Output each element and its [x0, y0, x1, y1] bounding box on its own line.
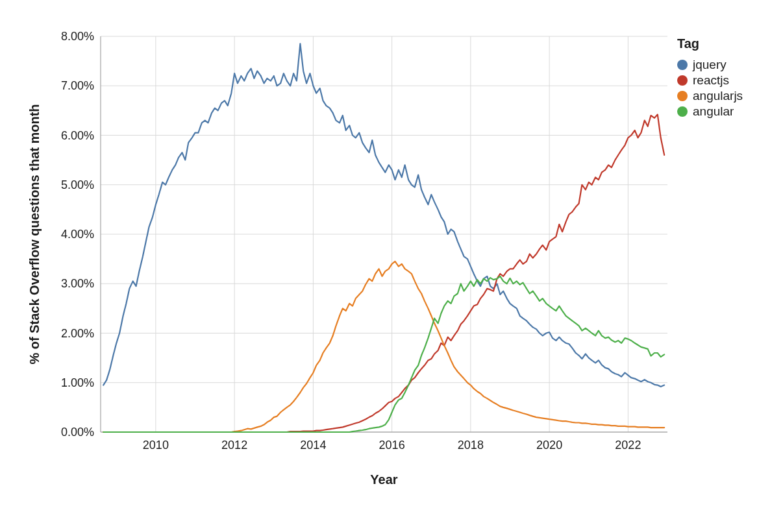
legend-label-reactjs: reactjs: [693, 73, 729, 87]
x-tick-label: 2020: [536, 439, 562, 452]
y-tick-label: 7.00%: [61, 79, 94, 92]
y-tick-label: 6.00%: [61, 129, 94, 142]
series-angular: [103, 276, 664, 432]
chart-svg: 0.00%1.00%2.00%3.00%4.00%5.00%6.00%7.00%…: [0, 0, 783, 532]
x-tick-label: 2012: [221, 439, 247, 452]
legend-swatch-reactjs: [677, 75, 688, 86]
y-axis: 0.00%1.00%2.00%3.00%4.00%5.00%6.00%7.00%…: [61, 30, 101, 439]
legend-swatch-jquery: [677, 60, 688, 70]
legend-label-jquery: jquery: [692, 58, 727, 71]
x-tick-label: 2010: [143, 439, 169, 452]
gridlines: [101, 36, 667, 432]
x-tick-label: 2014: [300, 439, 326, 452]
series-group: [103, 43, 664, 432]
legend-label-angular: angular: [693, 104, 734, 118]
legend-label-angularjs: angularjs: [693, 89, 743, 103]
x-tick-label: 2018: [458, 439, 484, 452]
series-jquery: [103, 43, 664, 387]
x-tick-label: 2016: [379, 439, 405, 452]
chart-root: 0.00%1.00%2.00%3.00%4.00%5.00%6.00%7.00%…: [0, 0, 783, 532]
legend-swatch-angularjs: [677, 91, 688, 101]
y-tick-label: 2.00%: [61, 327, 94, 340]
x-axis-title: Year: [370, 472, 397, 487]
y-tick-label: 1.00%: [61, 376, 94, 389]
y-axis-title: % of Stack Overflow questions that month: [27, 104, 42, 364]
legend-title: Tag: [677, 36, 699, 51]
y-tick-label: 5.00%: [61, 178, 94, 191]
y-tick-label: 3.00%: [61, 277, 94, 290]
y-tick-label: 4.00%: [61, 228, 94, 241]
legend-swatch-angular: [677, 106, 688, 117]
x-axis: 2010201220142016201820202022: [101, 432, 667, 452]
y-tick-label: 8.00%: [61, 30, 94, 43]
legend: Tag jqueryreactjsangularjsangular: [677, 36, 743, 118]
y-tick-label: 0.00%: [61, 426, 94, 439]
x-tick-label: 2022: [615, 439, 641, 452]
